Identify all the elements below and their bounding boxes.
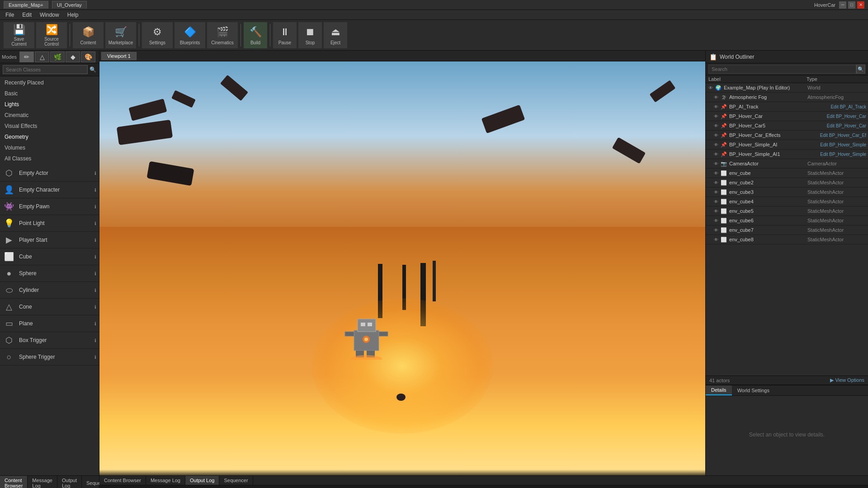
- table-row[interactable]: 👁 ⬜ env_cube3 StaticMeshActor: [706, 188, 868, 197]
- view-options-button[interactable]: ▶ View Options: [830, 377, 864, 383]
- table-row[interactable]: 👁 ⬜ env_cube7 StaticMeshActor: [706, 225, 868, 235]
- cube-info[interactable]: ℹ: [94, 254, 96, 259]
- close-button[interactable]: ✕: [857, 1, 864, 9]
- table-row[interactable]: 👁 ⬜ env_cube5 StaticMeshActor: [706, 206, 868, 216]
- visibility-icon[interactable]: 👁: [713, 132, 719, 138]
- mode-geometry-button[interactable]: ◆: [66, 52, 80, 62]
- visibility-icon[interactable]: 👁: [713, 94, 719, 100]
- visibility-icon[interactable]: 👁: [713, 170, 719, 176]
- outliner-search-button[interactable]: 🔍: [856, 65, 865, 74]
- details-tab[interactable]: Details: [706, 385, 732, 395]
- outliner-edit-link[interactable]: Edit BP_Hover_Car_Ef: [820, 133, 866, 138]
- visibility-icon[interactable]: 👁: [713, 236, 719, 243]
- table-row[interactable]: 👁 ⬜ env_cube2 StaticMeshActor: [706, 178, 868, 188]
- search-classes-input[interactable]: [3, 65, 88, 74]
- placement-plane[interactable]: ▭ Plane ℹ: [0, 315, 99, 332]
- blueprints-button[interactable]: 🔷 Blueprints: [175, 22, 205, 48]
- visibility-icon[interactable]: 👁: [713, 113, 719, 119]
- menu-file[interactable]: File: [2, 11, 18, 19]
- outliner-edit-link[interactable]: Edit BP_Hover_Simple: [820, 142, 866, 147]
- message-log-tab[interactable]: Message Log: [28, 476, 57, 488]
- placement-empty-character[interactable]: 👤 Empty Character ℹ: [0, 182, 99, 198]
- table-row[interactable]: 👁 ⬜ env_cube4 StaticMeshActor: [706, 197, 868, 206]
- visibility-icon[interactable]: 👁: [713, 141, 719, 148]
- placement-point-light[interactable]: 💡 Point Light ℹ: [0, 215, 99, 232]
- category-lights[interactable]: Lights: [0, 99, 99, 110]
- mode-foliage-button[interactable]: 🌿: [50, 52, 65, 62]
- placement-player-start[interactable]: ▶ Player Start ℹ: [0, 232, 99, 249]
- category-basic[interactable]: Basic: [0, 88, 99, 99]
- save-current-button[interactable]: 💾 Save Current: [4, 22, 34, 48]
- point-light-info[interactable]: ℹ: [94, 221, 96, 226]
- visibility-icon[interactable]: 👁: [713, 179, 719, 186]
- mode-landscape-button[interactable]: △: [35, 52, 49, 62]
- visibility-icon[interactable]: 👁: [708, 84, 714, 91]
- visibility-icon[interactable]: 👁: [713, 103, 719, 110]
- cinematics-button[interactable]: 🎬 Cinematics: [207, 22, 238, 48]
- category-cinematic[interactable]: Cinematic: [0, 110, 99, 121]
- table-row[interactable]: 👁 📌 BP_Hover_Simple_AI Edit BP_Hover_Sim…: [706, 140, 868, 150]
- outliner-edit-link[interactable]: Edit BP_Hover_Simple: [820, 152, 866, 157]
- mode-paint-button[interactable]: 🎨: [81, 52, 95, 62]
- build-button[interactable]: 🔨 Build: [244, 22, 267, 48]
- table-row[interactable]: 👁 📷 CameraActor CameraActor: [706, 159, 868, 169]
- maximize-button[interactable]: □: [848, 1, 855, 9]
- table-row[interactable]: 👁 📌 BP_Hover_Car5 Edit BP_Hover_Car: [706, 121, 868, 131]
- placement-cylinder[interactable]: ⬭ Cylinder ℹ: [0, 282, 99, 299]
- table-row[interactable]: 👁 📌 BP_Hover_Simple_AI1 Edit BP_Hover_Si…: [706, 150, 868, 159]
- visibility-icon[interactable]: 👁: [713, 217, 719, 224]
- pause-button[interactable]: ⏸ Pause: [273, 22, 297, 48]
- visibility-icon[interactable]: 👁: [713, 160, 719, 167]
- category-recently-placed[interactable]: Recently Placed: [0, 77, 99, 88]
- placement-empty-actor[interactable]: ⬡ Empty Actor ℹ: [0, 165, 99, 182]
- table-row[interactable]: 👁 🌍 Example_Map (Play In Editor) World: [706, 83, 868, 93]
- visibility-icon[interactable]: 👁: [713, 198, 719, 205]
- player-start-info[interactable]: ℹ: [94, 238, 96, 243]
- table-row[interactable]: 👁 ⬜ env_cube8 StaticMeshActor: [706, 235, 868, 244]
- content-browser-tab-2[interactable]: Content Browser: [99, 476, 146, 485]
- table-row[interactable]: 👁 📌 BP_Hover_Car_Effects Edit BP_Hover_C…: [706, 131, 868, 140]
- outliner-edit-link[interactable]: Edit BP_Hover_Car: [827, 123, 866, 128]
- box-trigger-info[interactable]: ℹ: [94, 338, 96, 343]
- settings-button[interactable]: ⚙ Settings: [142, 22, 173, 48]
- sequencer-tab-2[interactable]: Sequencer: [219, 476, 253, 485]
- visibility-icon[interactable]: 👁: [713, 151, 719, 157]
- placement-cone[interactable]: △ Cone ℹ: [0, 299, 99, 315]
- eject-button[interactable]: ⏏ Eject: [324, 22, 347, 48]
- message-log-tab-2[interactable]: Message Log: [146, 476, 185, 485]
- visibility-icon[interactable]: 👁: [713, 189, 719, 195]
- table-row[interactable]: 👁 ⬜ env_cube StaticMeshActor: [706, 169, 868, 178]
- outliner-edit-link[interactable]: Edit BP_Hover_Car: [827, 114, 866, 119]
- output-log-tab-2[interactable]: Output Log: [185, 476, 219, 485]
- placement-box-trigger[interactable]: ⬡ Box Trigger ℹ: [0, 332, 99, 349]
- placement-cube[interactable]: ⬜ Cube ℹ: [0, 249, 99, 265]
- placement-empty-pawn[interactable]: 👾 Empty Pawn ℹ: [0, 198, 99, 215]
- tab-example-map[interactable]: Example_Map+: [4, 1, 48, 9]
- empty-actor-info[interactable]: ℹ: [94, 171, 96, 176]
- viewport-tab-1[interactable]: Viewport 1: [101, 52, 137, 60]
- source-control-button[interactable]: 🔀 Source Control: [36, 22, 67, 48]
- placement-sphere-trigger[interactable]: ○ Sphere Trigger ℹ: [0, 349, 99, 366]
- sphere-info[interactable]: ℹ: [94, 271, 96, 276]
- placement-sphere[interactable]: ● Sphere ℹ: [0, 265, 99, 282]
- empty-pawn-info[interactable]: ℹ: [94, 204, 96, 209]
- menu-help[interactable]: Help: [64, 11, 82, 19]
- visibility-icon[interactable]: 👁: [713, 208, 719, 214]
- empty-character-info[interactable]: ℹ: [94, 188, 96, 192]
- world-settings-tab[interactable]: World Settings: [732, 385, 775, 395]
- visibility-icon[interactable]: 👁: [713, 227, 719, 233]
- category-visual-effects[interactable]: Visual Effects: [0, 121, 99, 131]
- minimize-button[interactable]: ─: [839, 1, 846, 9]
- sphere-trigger-info[interactable]: ℹ: [94, 355, 96, 360]
- category-geometry[interactable]: Geometry: [0, 131, 99, 142]
- marketplace-button[interactable]: 🛒 Marketplace: [105, 22, 136, 48]
- menu-window[interactable]: Window: [36, 11, 63, 19]
- tab-ui-overlay[interactable]: UI_Overlay: [52, 1, 87, 9]
- visibility-icon[interactable]: 👁: [713, 122, 719, 129]
- table-row[interactable]: 👁 📌 BP_AI_Track Edit BP_AI_Track: [706, 102, 868, 112]
- table-row[interactable]: 👁 ⬜ env_cube6 StaticMeshActor: [706, 216, 868, 225]
- menu-edit[interactable]: Edit: [19, 11, 35, 19]
- stop-button[interactable]: ⏹ Stop: [298, 22, 322, 48]
- content-button[interactable]: 📦 Content: [73, 22, 104, 48]
- table-row[interactable]: 👁 📌 BP_Hover_Car Edit BP_Hover_Car: [706, 112, 868, 121]
